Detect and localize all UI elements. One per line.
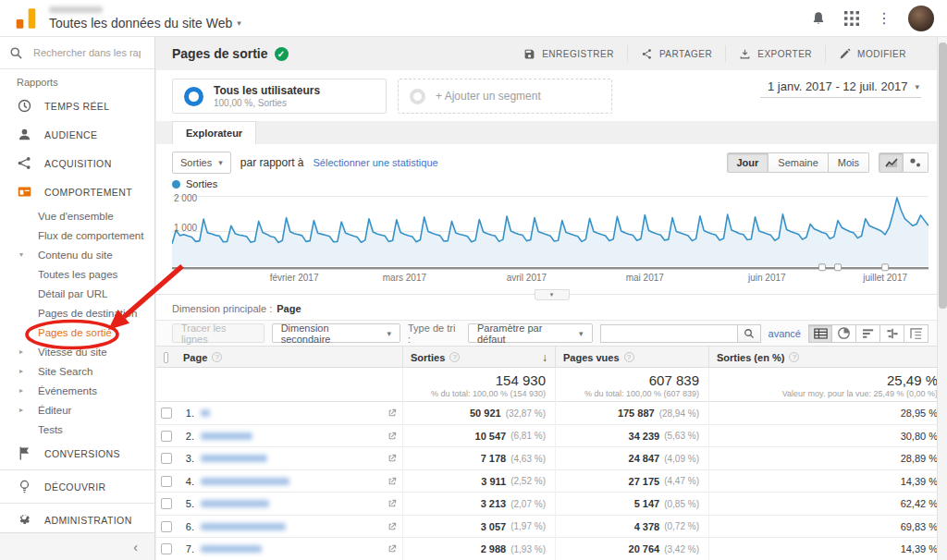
row-checkbox-cell (156, 408, 176, 419)
sidebar-item-pages-de-sortie[interactable]: Pages de sortie (0, 323, 154, 342)
select-metric-link[interactable]: Sélectionner une statistique (314, 157, 438, 168)
kebab-menu-icon[interactable]: ⋮ (877, 11, 892, 26)
y-axis-tick-2000: 2 000 (174, 193, 197, 203)
table-row: 2.10 547(6,81 %)34 239(5,63 %)30,80 % (156, 425, 947, 448)
sidebar-item-detail-par-url[interactable]: Détail par URL (0, 284, 154, 303)
tab-explorer[interactable]: Explorateur (172, 121, 256, 144)
page-link-blurred[interactable] (201, 432, 252, 440)
sidebar-item-editeur[interactable]: ▸Éditeur (0, 400, 154, 420)
sidebar-item-vue-densemble[interactable]: Vue d'ensemble (0, 206, 154, 225)
edit-button[interactable]: MODIFIER (825, 45, 919, 62)
table-search-input[interactable] (600, 324, 737, 343)
row-checkbox[interactable] (161, 521, 172, 532)
chevron-right-icon[interactable]: ▸ (19, 406, 23, 414)
export-button[interactable]: EXPORTER (725, 45, 825, 62)
table-view-button[interactable] (808, 324, 832, 343)
sort-type-dropdown[interactable]: Paramètre par défaut ▾ (468, 323, 593, 343)
page-link-blurred[interactable] (201, 455, 267, 462)
chevron-down-icon[interactable]: ▾ (19, 250, 23, 259)
sidebar-item-decouvrir[interactable]: DÉCOUVRIR (0, 472, 154, 501)
motion-chart-view-button[interactable] (904, 152, 929, 173)
external-link-icon[interactable] (387, 477, 397, 486)
page-link-blurred[interactable] (201, 500, 269, 507)
sidebar-item-temps-reel[interactable]: TEMPS RÉEL (0, 91, 154, 120)
pageviews-cell: 20 764(3,42 %) (555, 538, 708, 560)
primary-dimension-page[interactable]: Page (277, 303, 301, 314)
row-checkbox-cell (156, 453, 176, 464)
share-button[interactable]: PARTAGER (627, 45, 725, 62)
row-checkbox[interactable] (161, 543, 172, 554)
sidebar-item-audience[interactable]: AUDIENCE (0, 120, 154, 149)
account-selector[interactable]: Toutes les données du site Web ▾ (49, 6, 241, 30)
sidebar-item-toutes-les-pages[interactable]: Toutes les pages (0, 264, 154, 284)
page-link-blurred[interactable] (201, 478, 289, 485)
sidebar-item-comportement[interactable]: COMPORTEMENT (0, 177, 154, 206)
granularity-week-button[interactable]: Semaine (769, 152, 828, 173)
external-link-icon[interactable] (387, 522, 397, 531)
table-row: 4.3 911(2,52 %)27 175(4,47 %)14,39 % (156, 470, 947, 493)
search-reports-input[interactable] (31, 46, 142, 59)
sidebar-item-pages-de-destination[interactable]: Pages de destination (0, 303, 154, 323)
col-header-exit-rate[interactable]: Sorties (en %) (717, 352, 784, 363)
save-button[interactable]: ENREGISTRER (510, 45, 627, 62)
sidebar-item-vitesse-du-site[interactable]: ▸Vitesse du site (0, 342, 154, 361)
sidebar: Rapports TEMPS RÉELAUDIENCEACQUISITIONCO… (0, 37, 155, 560)
scrollbar-thumb[interactable] (939, 43, 947, 309)
plot-rows-button[interactable]: Tracer les lignes (172, 323, 264, 343)
table-search-button[interactable] (737, 324, 761, 343)
help-icon[interactable]: ? (212, 352, 222, 362)
external-link-icon[interactable] (387, 408, 397, 418)
sidebar-collapse-button[interactable]: ‹ (0, 532, 154, 560)
metric-selector-dropdown[interactable]: Sorties ▾ (172, 152, 231, 174)
row-checkbox[interactable] (161, 498, 172, 509)
chevron-right-icon[interactable]: ▸ (19, 367, 23, 375)
page-link-blurred[interactable] (201, 545, 262, 553)
pivot-view-button[interactable] (904, 324, 929, 343)
segment-all-users[interactable]: Tous les utilisateurs 100,00 %, Sorties (172, 79, 387, 114)
sidebar-item-flux-de-comportement[interactable]: Flux de comportement (0, 225, 154, 245)
bell-icon[interactable] (810, 10, 827, 27)
external-link-icon[interactable] (387, 499, 397, 508)
comparison-view-button[interactable] (880, 324, 904, 343)
sidebar-item-site-search[interactable]: ▸Site Search (0, 361, 154, 381)
row-checkbox[interactable] (161, 476, 172, 487)
help-icon[interactable]: ? (449, 352, 460, 362)
help-icon[interactable]: ? (789, 352, 799, 362)
external-link-icon[interactable] (387, 544, 397, 554)
row-checkbox[interactable] (161, 453, 172, 464)
sidebar-item-administration[interactable]: ADMINISTRATION (0, 505, 154, 534)
row-checkbox[interactable] (161, 408, 172, 419)
external-link-icon[interactable] (387, 432, 397, 441)
row-checkbox[interactable] (161, 431, 172, 442)
chevron-right-icon[interactable]: ▸ (19, 386, 23, 395)
granularity-day-button[interactable]: Jour (727, 152, 769, 173)
advanced-search-link[interactable]: avancé (769, 328, 801, 339)
sidebar-item-conversions[interactable]: CONVERSIONS (0, 439, 154, 468)
col-header-page[interactable]: Page (183, 352, 207, 363)
chart-collapse-tab[interactable]: ▾ (535, 289, 570, 300)
page-link-blurred[interactable] (201, 409, 210, 417)
percent-view-button[interactable] (832, 324, 856, 343)
help-icon[interactable]: ? (624, 352, 634, 362)
sidebar-item-evenements[interactable]: ▸Événements (0, 381, 154, 400)
col-header-pageviews[interactable]: Pages vues (563, 352, 620, 363)
sidebar-item-contenu-du-site[interactable]: ▾Contenu du site (0, 245, 154, 264)
external-link-icon[interactable] (387, 454, 397, 463)
chevron-right-icon[interactable]: ▸ (19, 347, 23, 356)
col-header-exits[interactable]: Sorties (411, 352, 445, 363)
date-range-picker[interactable]: 1 janv. 2017 - 12 juil. 2017 ▾ (760, 79, 921, 98)
sort-desc-icon[interactable]: ↓ (542, 351, 547, 364)
line-chart-view-button[interactable] (879, 152, 904, 173)
vertical-scrollbar[interactable] (937, 37, 947, 560)
apps-grid-icon[interactable] (843, 10, 860, 27)
sidebar-item-tests[interactable]: Tests (0, 420, 154, 439)
timeseries-chart[interactable]: 2 000 1 000 février 2017mars 2017avril 2… (172, 196, 931, 285)
granularity-month-button[interactable]: Mois (829, 152, 869, 173)
sidebar-item-acquisition[interactable]: ACQUISITION (0, 149, 154, 177)
secondary-dimension-dropdown[interactable]: Dimension secondaire ▾ (272, 323, 400, 343)
select-all-checkbox[interactable] (164, 352, 168, 363)
page-link-blurred[interactable] (201, 523, 286, 530)
performance-view-button[interactable] (856, 324, 880, 343)
add-segment-button[interactable]: + Ajouter un segment (398, 79, 612, 114)
avatar[interactable] (908, 6, 934, 31)
